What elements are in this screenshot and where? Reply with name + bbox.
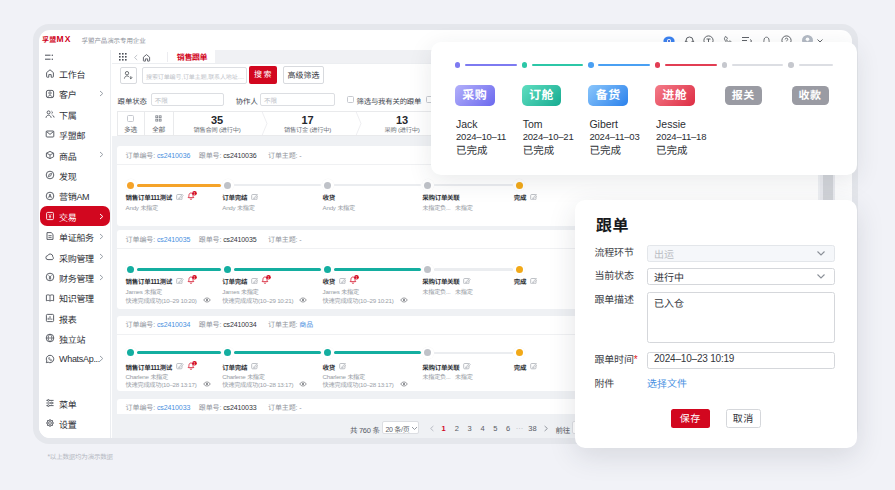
svg-text:1: 1 bbox=[193, 361, 195, 365]
svg-text:1: 1 bbox=[193, 276, 195, 280]
svg-text:1: 1 bbox=[356, 276, 358, 280]
svg-text:1: 1 bbox=[268, 276, 270, 280]
svg-text:1: 1 bbox=[193, 192, 195, 196]
